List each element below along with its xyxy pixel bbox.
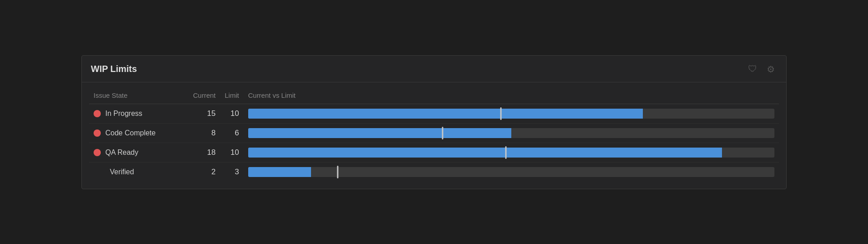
bar-cell <box>244 104 779 123</box>
col-header-current: Current <box>189 88 220 104</box>
wip-table: Issue State Current Limit Current vs Lim… <box>89 88 779 182</box>
col-header-state: Issue State <box>89 88 189 104</box>
state-dot <box>94 149 101 156</box>
limit-cell: 6 <box>220 123 244 143</box>
gear-icon[interactable]: ⚙ <box>764 63 777 76</box>
limit-cell: 3 <box>220 162 244 182</box>
table-row: QA Ready1810 <box>89 143 779 162</box>
col-header-bar: Current vs Limit <box>244 88 779 104</box>
bar-limit-marker <box>505 146 507 159</box>
widget-actions: 🛡 ⚙ <box>746 63 777 76</box>
bar-track <box>248 109 774 119</box>
col-header-limit: Limit <box>220 88 244 104</box>
bar-limit-marker <box>337 166 338 178</box>
state-cell: Code Complete <box>89 123 189 143</box>
table-row: Code Complete86 <box>89 123 779 143</box>
bar-track <box>248 148 774 158</box>
widget-title: WIP Limits <box>91 64 137 74</box>
bar-fill <box>248 109 643 119</box>
state-dot <box>94 110 101 117</box>
state-dot <box>94 129 101 137</box>
bar-fill <box>248 148 722 158</box>
limit-cell: 10 <box>220 143 244 162</box>
state-cell: Verified <box>89 162 189 182</box>
bar-fill <box>248 167 311 177</box>
state-label: Code Complete <box>105 129 156 137</box>
bar-track <box>248 167 774 177</box>
table-row: Verified23 <box>89 162 779 182</box>
bar-track <box>248 128 774 138</box>
bar-limit-marker <box>442 127 443 139</box>
state-label: QA Ready <box>105 148 138 157</box>
limit-cell: 10 <box>220 104 244 123</box>
current-cell: 8 <box>189 123 220 143</box>
current-cell: 15 <box>189 104 220 123</box>
widget-header: WIP Limits 🛡 ⚙ <box>82 56 786 82</box>
state-label: Verified <box>110 168 134 176</box>
current-cell: 2 <box>189 162 220 182</box>
state-cell: QA Ready <box>89 143 189 162</box>
current-cell: 18 <box>189 143 220 162</box>
bar-cell <box>244 123 779 143</box>
table-row: In Progress1510 <box>89 104 779 123</box>
bar-limit-marker <box>500 107 501 120</box>
bar-cell <box>244 143 779 162</box>
table-container: Issue State Current Limit Current vs Lim… <box>82 82 786 189</box>
table-header-row: Issue State Current Limit Current vs Lim… <box>89 88 779 104</box>
wip-limits-widget: WIP Limits 🛡 ⚙ Issue State Current Limit… <box>81 55 787 189</box>
state-cell: In Progress <box>89 104 189 123</box>
bar-fill <box>248 128 511 138</box>
shield-icon[interactable]: 🛡 <box>746 63 759 76</box>
state-label: In Progress <box>105 110 142 118</box>
bar-cell <box>244 162 779 182</box>
